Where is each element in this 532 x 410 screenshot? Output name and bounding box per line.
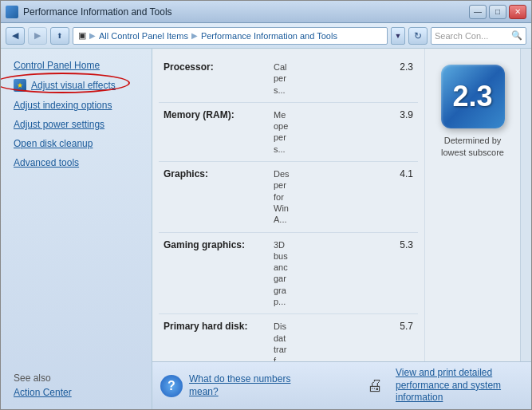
main-window: Performance Information and Tools — □ ✕ … — [0, 0, 532, 410]
breadcrumb-icon: ▣ — [78, 30, 86, 41]
address-dropdown-button[interactable]: ▼ — [391, 27, 405, 45]
address-field[interactable]: ▣ ▶ All Control Panel Items ▶ Performanc… — [73, 27, 388, 45]
search-placeholder: Search Con... — [435, 31, 488, 41]
title-bar: Performance Information and Tools — □ ✕ — [1, 1, 531, 23]
memory-desc: Meopepers... — [274, 109, 383, 155]
sidebar-item-adjust-visual-effects[interactable]: ★ Adjust visual effects — [14, 79, 139, 92]
score-row-processor: Processor: Calpers... 2.3 — [159, 55, 418, 103]
adjust-visual-effects-label: Adjust visual effects — [31, 80, 116, 91]
close-button[interactable]: ✕ — [509, 5, 526, 19]
scores-table: Processor: Calpers... 2.3 Memory (RAM): … — [152, 49, 424, 361]
score-row-graphics: Graphics: DesperforWinA... 4.1 — [159, 162, 418, 232]
minimize-button[interactable]: — — [469, 5, 487, 19]
sidebar-item-adjust-visual-effects-container: ★ Adjust visual effects — [1, 76, 152, 95]
breadcrumb-sep1: ▶ — [89, 31, 96, 40]
view-print-link[interactable]: View and print detailed performance and … — [396, 367, 523, 404]
printer-icon: 🖨 — [367, 376, 389, 396]
graphics-label: Graphics: — [164, 168, 267, 179]
processor-score: 2.3 — [389, 61, 413, 73]
gaming-graphics-label: Gaming graphics: — [164, 239, 267, 250]
memory-score: 3.9 — [389, 109, 413, 120]
hard-disk-label: Primary hard disk: — [164, 321, 267, 332]
sidebar-item-adjust-indexing[interactable]: Adjust indexing options — [1, 97, 152, 114]
shield-icon: ★ — [14, 79, 26, 92]
score-row-gaming-graphics: Gaming graphics: 3Dbusancgargrap... 5.3 — [159, 233, 418, 315]
memory-label: Memory (RAM): — [164, 109, 267, 120]
graphics-score: 4.1 — [389, 168, 413, 179]
score-badge-subtitle: Determined by lowest subscore — [432, 135, 514, 160]
sidebar-item-control-panel-home[interactable]: Control Panel Home — [1, 57, 152, 74]
gaming-graphics-desc: 3Dbusancgargrap... — [274, 239, 383, 308]
scores-area: Processor: Calpers... 2.3 Memory (RAM): … — [152, 49, 531, 361]
sidebar: Control Panel Home ★ Adjust visual effec… — [1, 49, 152, 409]
breadcrumb-all-control-panel[interactable]: All Control Panel Items — [99, 31, 188, 41]
search-icon: 🔍 — [511, 30, 522, 41]
title-bar-buttons: — □ ✕ — [469, 5, 526, 19]
refresh-button[interactable]: ↻ — [408, 27, 428, 45]
sidebar-item-adjust-power[interactable]: Adjust power settings — [1, 116, 152, 133]
sidebar-item-advanced-tools[interactable]: Advanced tools — [1, 154, 152, 171]
see-also-action-center[interactable]: Action Center — [14, 387, 139, 398]
search-box[interactable]: Search Con... 🔍 — [431, 27, 526, 45]
score-badge: 2.3 — [441, 65, 505, 128]
processor-desc: Calpers... — [274, 61, 383, 96]
scrollbar[interactable] — [520, 49, 531, 361]
bottom-left: ? What do these numbers mean? — [160, 373, 301, 398]
see-also-title: See also — [14, 373, 139, 384]
question-icon: ? — [160, 375, 183, 397]
gaming-graphics-score: 5.3 — [389, 239, 413, 250]
window-icon — [6, 6, 18, 18]
window-title: Performance Information and Tools — [23, 6, 172, 18]
bottom-bar: ? What do these numbers mean? 🖨 View and… — [152, 361, 531, 409]
forward-button[interactable]: ▶ — [28, 27, 47, 45]
score-row-memory: Memory (RAM): Meopepers... 3.9 — [159, 103, 418, 162]
maximize-button[interactable]: □ — [489, 5, 506, 19]
hard-disk-score: 5.7 — [389, 321, 413, 332]
hard-disk-desc: Disdattrarf... — [274, 321, 383, 361]
breadcrumb-performance[interactable]: Performance Information and Tools — [201, 31, 337, 41]
score-badge-panel: 2.3 Determined by lowest subscore — [424, 49, 520, 361]
what-numbers-link[interactable]: What do these numbers mean? — [189, 373, 301, 398]
main-panel: Processor: Calpers... 2.3 Memory (RAM): … — [152, 49, 531, 409]
content-area: Control Panel Home ★ Adjust visual effec… — [1, 49, 531, 409]
up-button[interactable]: ⬆ — [50, 27, 69, 45]
score-row-hard-disk: Primary hard disk: Disdattrarf... 5.7 — [159, 314, 418, 361]
bottom-right: 🖨 View and print detailed performance an… — [367, 367, 523, 404]
address-bar: ◀ ▶ ⬆ ▣ ▶ All Control Panel Items ▶ Perf… — [1, 23, 531, 49]
breadcrumb-sep2: ▶ — [191, 31, 198, 40]
processor-label: Processor: — [164, 61, 267, 73]
back-button[interactable]: ◀ — [6, 27, 25, 45]
see-also-section: See also Action Center — [1, 366, 152, 401]
title-bar-left: Performance Information and Tools — [6, 6, 172, 18]
graphics-desc: DesperforWinA... — [274, 168, 383, 225]
sidebar-item-open-disk-cleanup[interactable]: Open disk cleanup — [1, 135, 152, 152]
